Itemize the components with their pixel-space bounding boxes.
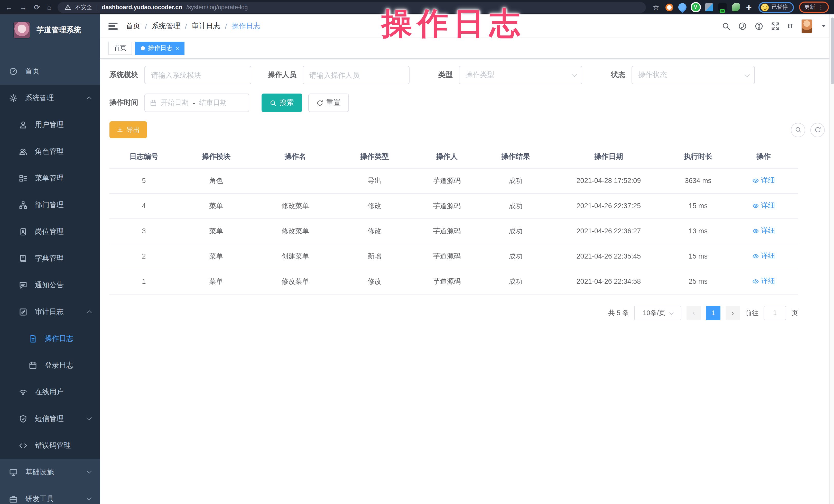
operator-input[interactable] bbox=[303, 66, 410, 84]
address-bar[interactable]: 不安全 | dashboard.yudao.iocoder.cn /system… bbox=[58, 2, 646, 13]
font-size-icon[interactable]: tT bbox=[788, 22, 793, 30]
reload-icon[interactable]: ⟳ bbox=[34, 3, 40, 11]
detail-link[interactable]: 详细 bbox=[752, 277, 775, 286]
cell-module: 角色 bbox=[178, 168, 254, 193]
tab-operate-log[interactable]: 操作日志 × bbox=[135, 41, 185, 55]
address-divider: | bbox=[96, 4, 97, 10]
sidebar-item-devtools[interactable]: 研发工具 bbox=[0, 486, 100, 504]
cell-duration: 15 ms bbox=[667, 244, 729, 269]
browser-menu-icon[interactable]: ⋮ bbox=[818, 4, 824, 10]
avatar-caret-icon[interactable] bbox=[822, 25, 826, 27]
status-select[interactable]: 操作状态 bbox=[632, 66, 755, 84]
cell-module: 菜单 bbox=[178, 218, 254, 244]
breadcrumb-audit[interactable]: 审计日志 bbox=[192, 21, 220, 30]
scrollbar-track[interactable] bbox=[829, 15, 834, 504]
user-avatar[interactable] bbox=[801, 19, 812, 33]
tab-close-icon[interactable]: × bbox=[176, 45, 179, 51]
cell-duration: 15 ms bbox=[667, 193, 729, 218]
table-row: 1 菜单 修改菜单 修改 芋道源码 成功 2021-04-26 22:34:58… bbox=[109, 269, 798, 294]
breadcrumb-home[interactable]: 首页 bbox=[126, 21, 140, 30]
sidebar-item-roles[interactable]: 角色管理 bbox=[0, 138, 100, 165]
extension-green-icon[interactable]: V bbox=[692, 3, 700, 11]
refresh-icon bbox=[814, 127, 821, 133]
browser-update-button[interactable]: 更新 ⋮ bbox=[799, 2, 829, 13]
col-name: 操作名 bbox=[254, 146, 337, 168]
profile-chip[interactable]: 已暂停 bbox=[758, 2, 794, 13]
sidebar-item-depts[interactable]: 部门管理 bbox=[0, 192, 100, 218]
table-row: 5 角色 导出 芋道源码 成功 2021-04-28 17:52:09 3634… bbox=[109, 168, 798, 193]
fullscreen-icon[interactable] bbox=[771, 22, 779, 30]
sidebar-item-notices[interactable]: 通知公告 bbox=[0, 272, 100, 299]
start-date-placeholder: 开始日期 bbox=[161, 98, 189, 107]
extension-leaf-icon[interactable] bbox=[731, 3, 740, 11]
cell-name: 修改菜单 bbox=[254, 218, 337, 244]
next-page-button[interactable]: › bbox=[726, 306, 740, 320]
extension-orange-icon[interactable] bbox=[665, 3, 673, 11]
cell-operator: 芋道源码 bbox=[412, 193, 481, 218]
sidebar-item-error-codes[interactable]: 错误码管理 bbox=[0, 432, 100, 459]
breadcrumb: 首页 / 系统管理 / 审计日志 / 操作日志 bbox=[126, 21, 260, 30]
sidebar-item-login-log[interactable]: 登录日志 bbox=[0, 352, 100, 379]
col-date: 操作日期 bbox=[550, 146, 667, 168]
reset-button[interactable]: 重置 bbox=[308, 93, 349, 112]
bookmark-star-icon[interactable]: ☆ bbox=[652, 3, 660, 11]
home-icon[interactable]: ⌂ bbox=[47, 3, 51, 11]
app-logo-row[interactable]: 芋道管理系统 bbox=[0, 15, 100, 45]
reset-button-label: 重置 bbox=[326, 98, 341, 107]
header-search-icon[interactable] bbox=[722, 22, 730, 30]
extension-gem-icon[interactable] bbox=[705, 3, 713, 11]
sidebar-item-infra[interactable]: 基础设施 bbox=[0, 459, 100, 486]
github-icon[interactable] bbox=[738, 22, 746, 30]
type-select[interactable]: 操作类型 bbox=[459, 66, 582, 84]
forward-icon[interactable]: → bbox=[20, 3, 27, 11]
prev-page-button[interactable]: ‹ bbox=[686, 306, 701, 320]
extension-pin-icon[interactable] bbox=[676, 1, 688, 13]
detail-link[interactable]: 详细 bbox=[752, 176, 775, 185]
sidebar-item-users[interactable]: 用户管理 bbox=[0, 112, 100, 138]
tab-home[interactable]: 首页 bbox=[108, 41, 132, 55]
cell-duration: 25 ms bbox=[667, 269, 729, 294]
sidebar-item-audit[interactable]: 审计日志 bbox=[0, 299, 100, 325]
extensions-puzzle-icon[interactable]: ✚ bbox=[745, 3, 753, 11]
detail-link[interactable]: 详细 bbox=[752, 251, 775, 261]
sidebar-item-system[interactable]: 系统管理 bbox=[0, 85, 100, 112]
page-size-select[interactable]: 10条/页 bbox=[634, 306, 681, 320]
cell-name: 修改菜单 bbox=[254, 269, 337, 294]
goto-label: 前往 bbox=[745, 308, 759, 317]
export-button[interactable]: 导出 bbox=[109, 121, 147, 138]
detail-label: 详细 bbox=[761, 176, 775, 185]
sidebar-item-sms[interactable]: 短信管理 bbox=[0, 406, 100, 432]
show-search-button[interactable] bbox=[791, 123, 805, 137]
chevron-down-icon bbox=[87, 495, 92, 500]
search-button[interactable]: 搜索 bbox=[262, 93, 302, 112]
operator-label: 操作人员 bbox=[268, 70, 297, 80]
sidebar-item-posts[interactable]: 岗位管理 bbox=[0, 218, 100, 245]
refresh-table-button[interactable] bbox=[810, 123, 825, 137]
sidebar-item-online-users[interactable]: 在线用户 bbox=[0, 379, 100, 406]
module-input[interactable] bbox=[145, 66, 251, 84]
sidebar-item-operate-log[interactable]: 操作日志 bbox=[0, 325, 100, 352]
goto-page-input[interactable] bbox=[764, 306, 786, 320]
sidebar-item-dicts[interactable]: 字典管理 bbox=[0, 245, 100, 272]
table-row: 2 菜单 创建菜单 新增 芋道源码 成功 2021-04-26 22:35:45… bbox=[109, 244, 798, 269]
end-date-placeholder: 结束日期 bbox=[199, 98, 227, 107]
extension-proxy-icon[interactable]: on bbox=[718, 3, 726, 11]
sidebar-item-home[interactable]: 首页 bbox=[0, 58, 100, 85]
security-label[interactable]: 不安全 bbox=[75, 3, 92, 11]
breadcrumb-system[interactable]: 系统管理 bbox=[152, 21, 180, 30]
back-icon[interactable]: ← bbox=[5, 3, 12, 11]
page-size-value: 10条/页 bbox=[643, 308, 665, 317]
scrollbar-thumb[interactable] bbox=[831, 18, 834, 84]
hamburger-icon[interactable] bbox=[108, 22, 118, 29]
current-page-button[interactable]: 1 bbox=[706, 306, 720, 320]
page-content: 系统模块 操作人员 类型 操作类型 状态 操作状态 bbox=[100, 59, 834, 504]
sidebar-item-label: 菜单管理 bbox=[35, 174, 64, 183]
detail-link[interactable]: 详细 bbox=[752, 201, 775, 211]
sidebar-item-menus[interactable]: 菜单管理 bbox=[0, 165, 100, 192]
detail-link[interactable]: 详细 bbox=[752, 226, 775, 236]
date-range-input[interactable]: 开始日期 - 结束日期 bbox=[145, 93, 249, 112]
help-icon[interactable] bbox=[754, 22, 763, 30]
sidebar-item-label: 在线用户 bbox=[35, 388, 64, 397]
sidebar-item-label: 系统管理 bbox=[25, 93, 54, 103]
system-management-section: 系统管理 用户管理 角色管理 bbox=[0, 85, 100, 459]
